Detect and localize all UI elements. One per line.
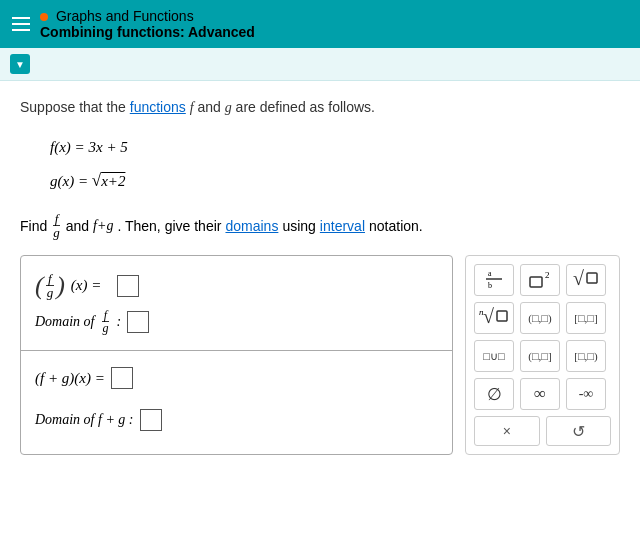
problem-statement: Suppose that the functions f and g are d… [20, 97, 620, 118]
keyboard-row-4: ∅ ∞ -∞ [474, 378, 611, 410]
g-var: g [225, 100, 232, 115]
svg-text:a: a [488, 269, 492, 278]
equations-block: f(x) = 3x + 5 g(x) = √x+2 [50, 132, 620, 198]
open-closed-button[interactable]: (□,□] [520, 340, 560, 372]
keyboard-row-1: a b 2 [474, 264, 611, 296]
keyboard-bottom-row: × ↺ [474, 416, 611, 446]
fg-x: (x) = [71, 277, 102, 294]
undo-icon: ↺ [572, 422, 585, 441]
fg-domain-label: Domain of [35, 314, 95, 330]
find-then: . Then, give their [117, 218, 221, 234]
fplg-expr: (f + g)(x) = [35, 370, 105, 387]
fg-domain-frac: f g [101, 309, 111, 334]
closed-interval-icon: [□,□] [574, 312, 597, 324]
fplg-domain-label: Domain of f + g : [35, 412, 134, 428]
close-paren: ) [56, 273, 65, 299]
union-icon: □∪□ [483, 350, 504, 363]
header-text-group: Graphs and Functions Combining functions… [40, 8, 255, 40]
orange-dot [40, 13, 48, 21]
panel-area: ( f g ) (x) = Domain of f g [20, 255, 620, 455]
fraction-icon: a b [483, 267, 505, 293]
chevron-bar [0, 48, 640, 81]
svg-rect-9 [497, 311, 507, 321]
open-interval-button[interactable]: (□,□) [520, 302, 560, 334]
neg-infinity-button[interactable]: -∞ [566, 378, 606, 410]
eq2: g(x) = √x+2 [50, 164, 125, 198]
sqrt-icon: √ [572, 267, 600, 293]
domains-link[interactable]: domains [225, 218, 278, 234]
svg-text:2: 2 [545, 270, 550, 280]
neg-infinity-icon: -∞ [579, 386, 594, 402]
header: Graphs and Functions Combining functions… [0, 0, 640, 48]
interval-link[interactable]: interval [320, 218, 365, 234]
svg-text:√: √ [483, 305, 494, 327]
header-title: Combining functions: Advanced [40, 24, 255, 40]
equation-2: g(x) = √x+2 [50, 164, 620, 198]
nthroot-button[interactable]: n √ [474, 302, 514, 334]
open-closed-icon: (□,□] [528, 350, 551, 362]
answer-panel: ( f g ) (x) = Domain of f g [20, 255, 453, 455]
closed-open-icon: [□,□) [574, 350, 597, 362]
closed-open-button[interactable]: [□,□) [566, 340, 606, 372]
nthroot-icon: n √ [478, 305, 510, 331]
fplg-answer-input[interactable] [111, 367, 133, 389]
eq1: f(x) = 3x + 5 [50, 132, 128, 162]
find-line: Find f g and f+g . Then, give their doma… [20, 212, 620, 239]
find-label: Find [20, 218, 47, 234]
using-text: using [282, 218, 315, 234]
clear-button[interactable]: × [474, 416, 540, 446]
fg-answer-row: ( f g ) (x) = [35, 272, 438, 299]
keyboard-row-3: □∪□ (□,□] [□,□) [474, 340, 611, 372]
infinity-button[interactable]: ∞ [520, 378, 560, 410]
sqrt-button[interactable]: √ [566, 264, 606, 296]
open-interval-icon: (□,□) [528, 312, 551, 324]
exponent-button[interactable]: 2 [520, 264, 560, 296]
fg-expr: ( f g ) [35, 272, 65, 299]
svg-rect-3 [530, 277, 542, 287]
symbol-keyboard: a b 2 [465, 255, 620, 455]
functions-link[interactable]: functions [130, 99, 186, 115]
find-fplus: f+g [93, 218, 113, 234]
header-subtitle: Graphs and Functions [40, 8, 255, 24]
end-text: are defined as follows. [232, 99, 375, 115]
exponent-icon: 2 [526, 267, 554, 293]
empty-set-button[interactable]: ∅ [474, 378, 514, 410]
fplg-domain-row: Domain of f + g : [35, 409, 438, 431]
fplg-answer-row: (f + g)(x) = [35, 367, 438, 389]
and-text: and [194, 99, 225, 115]
keyboard-row-2: n √ (□,□) [□,□] [474, 302, 611, 334]
infinity-icon: ∞ [534, 384, 546, 404]
fg-answer-input[interactable] [117, 275, 139, 297]
notation-text: notation. [369, 218, 423, 234]
svg-text:√: √ [573, 267, 584, 289]
answer-section-1: ( f g ) (x) = Domain of f g [21, 256, 452, 351]
union-button[interactable]: □∪□ [474, 340, 514, 372]
fraction-button[interactable]: a b [474, 264, 514, 296]
closed-interval-button[interactable]: [□,□] [566, 302, 606, 334]
find-and: and [66, 218, 89, 234]
answer-section-2: (f + g)(x) = Domain of f + g : [21, 351, 452, 447]
find-frac-num: f [53, 212, 61, 226]
empty-set-icon: ∅ [487, 384, 502, 405]
chevron-down-button[interactable] [10, 54, 30, 74]
open-paren: ( [35, 273, 44, 299]
intro-text: Suppose that the [20, 99, 130, 115]
find-frac-den: g [51, 226, 62, 239]
hamburger-menu-button[interactable] [12, 17, 30, 31]
fg-domain-input[interactable] [127, 311, 149, 333]
equation-1: f(x) = 3x + 5 [50, 132, 620, 162]
clear-icon: × [503, 423, 511, 439]
fplg-domain-input[interactable] [140, 409, 162, 431]
undo-button[interactable]: ↺ [546, 416, 612, 446]
svg-text:b: b [488, 281, 492, 289]
fg-domain-colon: : [117, 314, 122, 330]
fg-domain-row: Domain of f g : [35, 309, 438, 334]
fg-frac: f g [45, 272, 56, 299]
svg-rect-6 [587, 273, 597, 283]
main-content: Suppose that the functions f and g are d… [0, 81, 640, 557]
find-fraction: f g [51, 212, 62, 239]
